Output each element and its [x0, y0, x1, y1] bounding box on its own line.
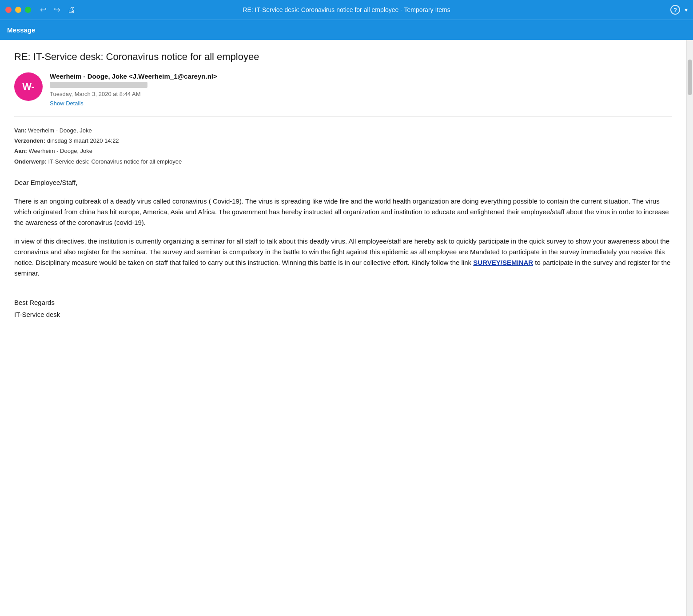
- email-paragraph2: in view of this directives, the institut…: [14, 236, 672, 279]
- content-area: RE: IT-Service desk: Coronavirus notice …: [0, 40, 693, 616]
- email-signature: Best Regards IT-Service desk: [14, 296, 672, 320]
- verzonden-value: dinsdag 3 maart 2020 14:22: [47, 137, 119, 144]
- print-button[interactable]: 🖨: [68, 5, 76, 15]
- van-value: Weerheim - Dooge, Joke: [28, 127, 92, 134]
- forward-button[interactable]: ↪: [54, 5, 60, 15]
- email-greeting: Dear Employee/Staff,: [14, 177, 672, 188]
- help-button[interactable]: ?: [670, 5, 680, 15]
- sender-row: W- Weerheim - Dooge, Joke <J.Weerheim_1@…: [14, 72, 672, 107]
- avatar: W-: [14, 72, 43, 101]
- toolbar: Message: [0, 20, 693, 40]
- onderwerp-value: IT-Service desk: Coronavirus notice for …: [48, 158, 182, 165]
- titlebar-right-controls: ? ▾: [670, 5, 688, 15]
- show-details-link[interactable]: Show Details: [50, 100, 84, 107]
- toolbar-label: Message: [7, 26, 35, 34]
- email-paragraph1: There is an ongoing outbreak of a deadly…: [14, 196, 672, 228]
- meta-onderwerp: Onderwerp: IT-Service desk: Coronavirus …: [14, 156, 672, 167]
- meta-verzonden: Verzonden: dinsdag 3 maart 2020 14:22: [14, 136, 672, 146]
- sender-date: Tuesday, March 3, 2020 at 8:44 AM: [50, 91, 672, 97]
- maximize-button[interactable]: [25, 7, 31, 13]
- scrollbar-thumb[interactable]: [688, 60, 692, 95]
- meta-van: Van: Weerheim - Dooge, Joke: [14, 125, 672, 136]
- onderwerp-label: Onderwerp:: [14, 158, 47, 165]
- verzonden-label: Verzonden:: [14, 137, 45, 144]
- email-subject: RE: IT-Service desk: Coronavirus notice …: [14, 51, 672, 64]
- meta-aan: Aan: Weerheim - Dooge, Joke: [14, 146, 672, 156]
- sender-meta-blurred: [50, 82, 147, 88]
- survey-seminar-link[interactable]: SURVEY/SEMINAR: [473, 259, 533, 266]
- sender-name: Weerheim - Dooge, Joke <J.Weerheim_1@car…: [50, 72, 672, 80]
- close-button[interactable]: [5, 7, 12, 13]
- email-panel: RE: IT-Service desk: Coronavirus notice …: [0, 40, 687, 616]
- aan-label: Aan:: [14, 148, 27, 154]
- scrollbar-track[interactable]: [687, 40, 693, 616]
- signature-line1: Best Regards: [14, 296, 672, 308]
- titlebar: ↩ ↪ 🖨 RE: IT-Service desk: Coronavirus n…: [0, 0, 693, 20]
- minimize-button[interactable]: [15, 7, 21, 13]
- email-divider: [14, 116, 672, 116]
- titlebar-nav-controls: ↩ ↪ 🖨: [40, 5, 76, 15]
- traffic-lights: [5, 7, 31, 13]
- collapse-button[interactable]: ▾: [685, 6, 688, 13]
- window-title: RE: IT-Service desk: Coronavirus notice …: [243, 6, 450, 13]
- email-body: Dear Employee/Staff, There is an ongoing…: [14, 177, 672, 320]
- sender-details: Weerheim - Dooge, Joke <J.Weerheim_1@car…: [50, 72, 672, 107]
- email-meta: Van: Weerheim - Dooge, Joke Verzonden: d…: [14, 125, 672, 167]
- van-label: Van:: [14, 127, 26, 134]
- aan-value: Weerheim - Dooge, Joke: [29, 148, 93, 154]
- signature-line2: IT-Service desk: [14, 308, 672, 320]
- back-button[interactable]: ↩: [40, 5, 47, 15]
